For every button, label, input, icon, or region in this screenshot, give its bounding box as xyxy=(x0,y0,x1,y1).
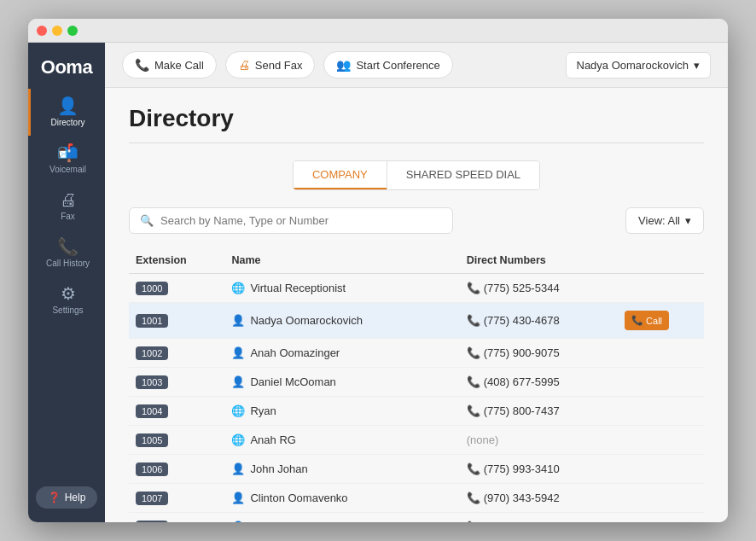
search-input[interactable] xyxy=(160,214,442,227)
person-icon: 👤 xyxy=(231,314,245,327)
sidebar-item-fax[interactable]: 🖨 Fax xyxy=(28,183,105,230)
phone-number-icon: 📞 xyxy=(467,282,480,294)
cell-extension: 1001 xyxy=(129,303,224,339)
contact-name: Nadya Oomarockovich xyxy=(250,314,363,327)
call-phone-icon: 📞 xyxy=(631,315,643,326)
close-dot[interactable] xyxy=(37,26,47,36)
sidebar-label-call-history: Call History xyxy=(46,259,90,268)
cell-direct-number: (none) xyxy=(460,426,618,455)
cell-spacer xyxy=(439,397,460,426)
maximize-dot[interactable] xyxy=(67,26,78,36)
directory-tabs: COMPANY SHARED SPEED DIAL xyxy=(293,160,540,190)
title-divider xyxy=(129,143,704,143)
phone-number-icon: 📞 xyxy=(467,521,480,522)
person-icon: 🌐 xyxy=(231,282,245,294)
cell-direct-number: 📞(775) 800-7437 xyxy=(460,397,618,426)
extension-badge: 1002 xyxy=(136,346,168,360)
contact-name: Anah RG xyxy=(250,433,295,446)
cell-name: 👤Daniel McOoman xyxy=(224,368,439,397)
search-box: 🔍 xyxy=(129,207,453,234)
tab-shared-speed-dial[interactable]: SHARED SPEED DIAL xyxy=(387,161,539,189)
phone-number: (775) 900-9075 xyxy=(484,346,560,359)
start-conference-button[interactable]: 👥 Start Conference xyxy=(323,51,452,79)
sidebar-item-call-history[interactable]: 📞 Call History xyxy=(28,230,105,276)
phone-number: (775) 525-5344 xyxy=(484,282,560,294)
table-row: 1002👤Anah Oomazinger📞(775) 900-9075 xyxy=(129,339,704,368)
person-icon: 👤 xyxy=(231,346,245,359)
sidebar-item-voicemail[interactable]: 📬 Voicemail xyxy=(28,136,105,183)
cell-extension: 1007 xyxy=(129,484,224,513)
main-content: 📞 Make Call 🖨 Send Fax 👥 Start Conferenc… xyxy=(105,43,728,522)
view-label: View: All xyxy=(638,214,680,227)
make-call-button[interactable]: 📞 Make Call xyxy=(122,51,217,79)
person-icon: 👤 xyxy=(231,375,245,388)
chevron-down-icon: ▾ xyxy=(694,59,700,72)
logo-area: Ooma xyxy=(28,43,105,89)
sidebar-label-voicemail: Voicemail xyxy=(49,165,86,174)
fax-send-icon: 🖨 xyxy=(238,58,250,72)
cell-extension: 1006 xyxy=(129,455,224,484)
cell-name: 👤Clinton Oomavenko xyxy=(224,484,439,513)
help-icon: ❓ xyxy=(48,492,61,503)
cell-action: 📞Call xyxy=(618,303,704,339)
tab-company[interactable]: COMPANY xyxy=(294,161,387,189)
user-dropdown[interactable]: Nadya Oomarockovich ▾ xyxy=(566,52,712,79)
cell-action xyxy=(618,426,704,455)
contact-name: John Johan xyxy=(250,462,307,475)
contact-name: Daniel McOoman xyxy=(250,375,335,388)
cell-direct-number: 📞(775) 900-9075 xyxy=(460,339,618,368)
person-icon: 🌐 xyxy=(231,433,245,446)
call-button[interactable]: 📞Call xyxy=(625,311,669,330)
contact-name: Clinton Oomavenko xyxy=(250,492,347,504)
phone-number: (775) 430-4678 xyxy=(484,314,560,327)
col-direct-numbers: Direct Numbers xyxy=(460,249,618,274)
app-window: Ooma 👤 Directory 📬 Voicemail 🖨 Fax 📞 Cal… xyxy=(28,19,728,522)
person-icon: 👤 xyxy=(231,521,245,522)
minimize-dot[interactable] xyxy=(52,26,62,36)
extension-badge: 1007 xyxy=(136,492,168,505)
cell-name: 👤John Johan xyxy=(224,455,439,484)
help-button[interactable]: ❓ Help xyxy=(36,486,98,509)
send-fax-button[interactable]: 🖨 Send Fax xyxy=(225,51,316,79)
extension-badge: 1008 xyxy=(136,521,168,522)
cell-direct-number: 📞(530) 405-2228 xyxy=(460,513,618,523)
send-fax-label: Send Fax xyxy=(255,59,303,72)
sidebar-label-settings: Settings xyxy=(52,305,83,315)
phone-number: (970) 343-5942 xyxy=(484,492,560,504)
sidebar-item-directory[interactable]: 👤 Directory xyxy=(28,89,105,136)
conference-icon: 👥 xyxy=(336,58,351,72)
cell-direct-number: 📞(775) 430-4678 xyxy=(460,303,618,339)
cell-action xyxy=(618,368,704,397)
col-name: Name xyxy=(224,249,439,274)
cell-action xyxy=(618,455,704,484)
table-row: 1000🌐Virtual Receptionist📞(775) 525-5344 xyxy=(129,274,704,303)
cell-spacer xyxy=(439,274,460,303)
sidebar-label-fax: Fax xyxy=(61,212,75,221)
call-history-icon: 📞 xyxy=(57,238,79,255)
search-icon: 🔍 xyxy=(140,214,154,227)
phone-number-icon: 📞 xyxy=(467,462,480,475)
table-row: 1007👤Clinton Oomavenko📞(970) 343-5942 xyxy=(129,484,704,513)
col-action xyxy=(618,249,704,274)
extension-badge: 1001 xyxy=(136,314,168,328)
cell-action xyxy=(618,339,704,368)
view-dropdown[interactable]: View: All ▾ xyxy=(625,207,704,234)
cell-name: 👤Susan Ellis xyxy=(224,513,439,523)
cell-name: 👤Anah Oomazinger xyxy=(224,339,439,368)
top-bar: 📞 Make Call 🖨 Send Fax 👥 Start Conferenc… xyxy=(105,43,728,88)
cell-direct-number: 📞(970) 343-5942 xyxy=(460,484,618,513)
phone-number-icon: 📞 xyxy=(467,375,480,388)
phone-number-icon: 📞 xyxy=(467,404,480,417)
search-row: 🔍 View: All ▾ xyxy=(129,207,704,234)
sidebar-item-settings[interactable]: ⚙ Settings xyxy=(28,276,105,323)
contact-name: Ryan xyxy=(250,404,276,417)
call-label: Call xyxy=(646,316,662,326)
voicemail-icon: 📬 xyxy=(57,144,79,161)
start-conference-label: Start Conference xyxy=(356,59,439,72)
phone-number-icon: 📞 xyxy=(467,492,480,504)
directory-icon: 👤 xyxy=(57,97,79,114)
col-spacer xyxy=(439,249,460,274)
extension-badge: 1003 xyxy=(136,375,168,389)
col-extension: Extension xyxy=(129,249,224,274)
cell-spacer xyxy=(439,426,460,455)
